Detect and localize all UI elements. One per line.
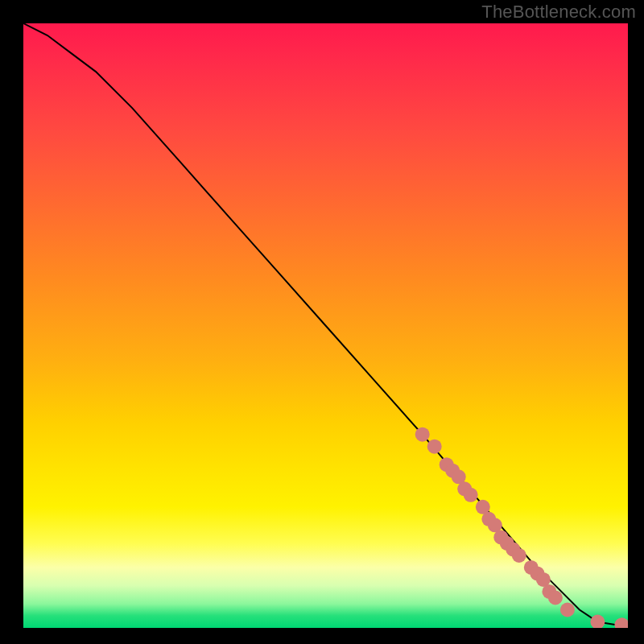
data-point — [590, 615, 605, 629]
data-point — [427, 440, 442, 454]
watermark-text: TheBottleneck.com — [481, 2, 636, 23]
marker-layer — [415, 427, 628, 628]
data-point — [560, 603, 575, 617]
data-point — [464, 488, 478, 502]
chart-frame: TheBottleneck.com — [0, 0, 644, 644]
main-curve — [23, 23, 628, 625]
data-point — [615, 617, 629, 628]
chart-svg — [23, 23, 628, 628]
plot-area — [23, 23, 628, 628]
data-point — [548, 591, 563, 605]
data-point — [415, 427, 430, 442]
data-point — [512, 548, 526, 563]
curve-layer — [23, 23, 628, 625]
